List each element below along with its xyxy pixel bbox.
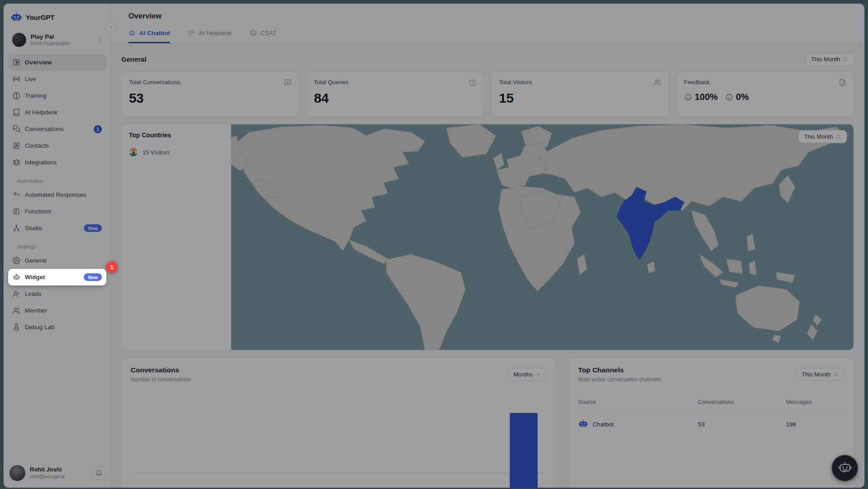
sidebar-item-widget[interactable]: Widget New 1 bbox=[8, 269, 106, 285]
tour-dim-overlay bbox=[4, 4, 864, 488]
app-window: YourGPT Play Pal Rohit-Organization Over… bbox=[4, 4, 864, 488]
tour-step-badge: 1 bbox=[106, 261, 118, 273]
sidebar-item-label: Widget bbox=[25, 274, 79, 281]
widget-robot-icon bbox=[13, 273, 20, 281]
widget-new-badge: New bbox=[84, 273, 102, 281]
